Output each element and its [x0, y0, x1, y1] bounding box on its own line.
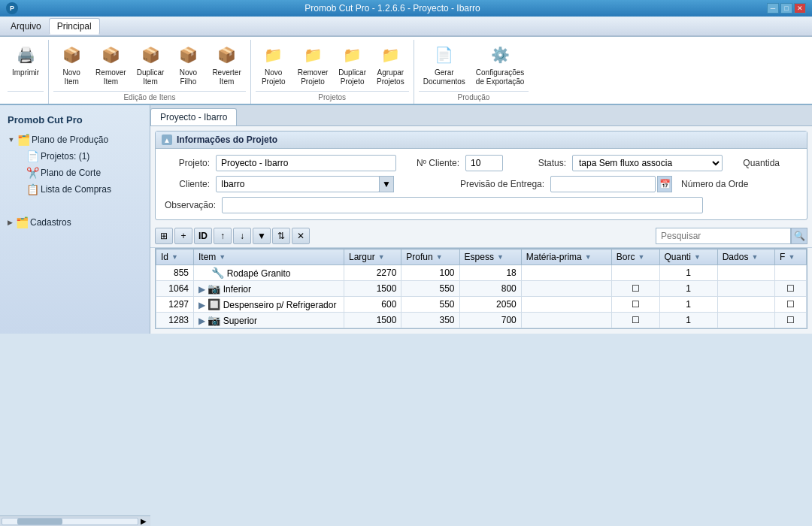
row-expand-btn[interactable]: ▶ — [198, 284, 205, 295]
row-icon: 🔧 — [211, 267, 224, 279]
expand-icon-cadastros: ▶ — [5, 219, 15, 226]
col-header-borc: Borc ▼ — [611, 249, 659, 265]
col-largur-label: Largur — [349, 252, 375, 262]
sidebar-item-lista-compras[interactable]: 📋 Lista de Compras — [3, 181, 147, 198]
col-quanti-filter[interactable]: ▼ — [694, 253, 701, 261]
cell-borc — [611, 265, 659, 281]
toolbar-filter[interactable]: ▼ — [253, 228, 271, 244]
maximize-button[interactable]: □ — [780, 3, 792, 14]
status-select[interactable]: tapa Sem fluxo associa — [572, 155, 723, 171]
cell-materia — [521, 265, 611, 281]
printer-icon: 🖨️ — [14, 43, 38, 67]
col-f-filter[interactable]: ▼ — [788, 253, 795, 261]
ribbon-edicao-label: Edição de Itens — [53, 91, 246, 104]
remover-item-button[interactable]: 📦 RemoverItem — [91, 40, 131, 89]
cliente-dropdown-btn[interactable]: ▼ — [379, 176, 394, 192]
projeto-input[interactable] — [216, 155, 396, 171]
toolbar-clear[interactable]: ✕ — [292, 228, 310, 244]
row-expand-btn[interactable]: ▶ — [198, 316, 205, 326]
imprimir-button[interactable]: 🖨️ Imprimir — [8, 40, 44, 89]
sidebar-item-projetos[interactable]: 📄 Projetos: (1) — [3, 148, 147, 165]
cell-quanti: 1 — [659, 313, 717, 328]
config-export-button[interactable]: ⚙️ Configuraçõesde Exportação — [471, 40, 529, 89]
novo-filho-button[interactable]: 📦 NovoFilho — [170, 40, 206, 89]
cell-espess: 800 — [459, 281, 521, 297]
toolbar-id[interactable]: ID — [194, 228, 212, 244]
col-espess-filter[interactable]: ▼ — [497, 253, 504, 261]
novo-projeto-button[interactable]: 📁 NovoProjeto — [256, 40, 292, 89]
form-row-projeto: Projeto: Nº Cliente: Status: tapa Sem fl… — [165, 155, 798, 171]
menu-principal[interactable]: Principal — [49, 18, 100, 35]
toolbar-select-all[interactable]: ⊞ — [155, 228, 173, 244]
search-button[interactable]: 🔍 — [791, 228, 807, 244]
remover-projeto-icon: 📁 — [301, 43, 325, 67]
close-button[interactable]: ✕ — [794, 3, 806, 14]
ribbon-section-edicao: 📦 NovoItem 📦 RemoverItem 📦 DuplicarItem … — [49, 40, 251, 104]
novo-projeto-label: NovoProjeto — [262, 68, 286, 86]
cell-id: 1297 — [156, 297, 194, 313]
obs-input[interactable] — [222, 197, 703, 213]
gerar-doc-button[interactable]: 📄 GerarDocumentos — [419, 40, 470, 89]
col-header-item: Item ▼ — [194, 249, 344, 265]
duplicar-projeto-button[interactable]: 📁 DuplicarProjeto — [334, 40, 371, 89]
previsao-input[interactable] — [550, 176, 656, 192]
date-picker-btn[interactable]: 📅 — [657, 176, 672, 192]
cell-item: ▶ 📷 Inferior — [194, 281, 344, 297]
sidebar-item-cadastros[interactable]: ▶ 🗂️ Cadastros — [0, 213, 150, 232]
toolbar-sort[interactable]: ⇅ — [272, 228, 290, 244]
window-controls: ─ □ ✕ — [767, 3, 806, 14]
menu-arquivo[interactable]: Arquivo — [3, 19, 49, 34]
col-profun-filter[interactable]: ▼ — [436, 253, 443, 261]
config-export-label: Configuraçõesde Exportação — [476, 68, 525, 86]
project-panel: ▲ Informações do Projeto Projeto: Nº Cli… — [155, 131, 807, 220]
data-table-container[interactable]: Id ▼ Item ▼ Largur — [155, 248, 807, 329]
panel-title: Informações do Projeto — [177, 135, 277, 145]
lista-compras-label: Lista de Compras — [41, 184, 111, 195]
minimize-button[interactable]: ─ — [767, 3, 779, 14]
cell-espess: 700 — [459, 313, 521, 328]
col-largur-filter[interactable]: ▼ — [378, 253, 385, 261]
content-tab-proyecto[interactable]: Proyecto - Ibarro — [150, 108, 237, 125]
app-icon: P — [6, 2, 18, 14]
col-item-filter[interactable]: ▼ — [219, 253, 226, 261]
projetos-label: Projetos: (1) — [41, 151, 89, 162]
toolbar-down[interactable]: ↓ — [233, 228, 251, 244]
col-dados-filter[interactable]: ▼ — [751, 253, 758, 261]
duplicar-projeto-label: DuplicarProjeto — [338, 68, 366, 86]
remover-projeto-button[interactable]: 📁 RemoverProjeto — [293, 40, 333, 89]
cliente-input[interactable] — [216, 176, 380, 192]
col-profun-label: Profun — [406, 252, 432, 262]
project-panel-header[interactable]: ▲ Informações do Projeto — [156, 132, 807, 149]
col-item-label: Item — [198, 252, 216, 262]
reverter-item-button[interactable]: 📦 ReverterItem — [208, 40, 245, 89]
sidebar-item-plano-producao[interactable]: ▼ 🗂️ Plano de Produção — [3, 132, 147, 148]
toolbar-up[interactable]: ↑ — [214, 228, 232, 244]
table-row[interactable]: 1297 ▶ 🔲 Despenseiro p/ Refrigerador 600… — [156, 297, 807, 313]
sidebar-tree: ▼ 🗂️ Plano de Produção 📄 Projetos: (1) ✂… — [0, 132, 150, 198]
novo-item-button[interactable]: 📦 NovoItem — [53, 40, 89, 89]
cell-quanti: 1 — [659, 281, 717, 297]
search-input[interactable] — [656, 228, 791, 244]
no-cliente-input[interactable] — [465, 155, 503, 171]
content-tabs: Proyecto - Ibarro — [150, 105, 812, 126]
cell-largur: 1500 — [344, 313, 401, 328]
col-header-f: F ▼ — [775, 249, 807, 265]
col-borc-filter[interactable]: ▼ — [638, 253, 644, 261]
table-row[interactable]: 855 🔧 Rodapé Granito 2270 100 18 1 — [156, 265, 807, 281]
col-header-quanti: Quanti ▼ — [659, 249, 717, 265]
sidebar-item-plano-corte[interactable]: ✂️ Plano de Corte — [3, 165, 147, 181]
table-row[interactable]: 1064 ▶ 📷 Inferior 1500 550 800 ☐ 1 ☐ — [156, 281, 807, 297]
col-id-filter[interactable]: ▼ — [171, 253, 178, 261]
cell-f: ☐ — [775, 281, 807, 297]
previsao-date: 📅 — [550, 176, 672, 192]
cell-dados — [717, 281, 774, 297]
cell-espess: 18 — [459, 265, 521, 281]
table-row[interactable]: 1283 ▶ 📷 Superior 1500 350 700 ☐ 1 ☐ — [156, 313, 807, 328]
cadastros-icon: 🗂️ — [15, 216, 29, 229]
duplicar-item-button[interactable]: 📦 DuplicarItem — [132, 40, 169, 89]
cell-materia — [521, 281, 611, 297]
col-materia-filter[interactable]: ▼ — [585, 253, 592, 261]
toolbar-add[interactable]: + — [174, 228, 192, 244]
agrupar-projetos-button[interactable]: 📁 AgruparProjetos — [372, 40, 409, 89]
row-expand-btn[interactable]: ▶ — [198, 300, 205, 310]
